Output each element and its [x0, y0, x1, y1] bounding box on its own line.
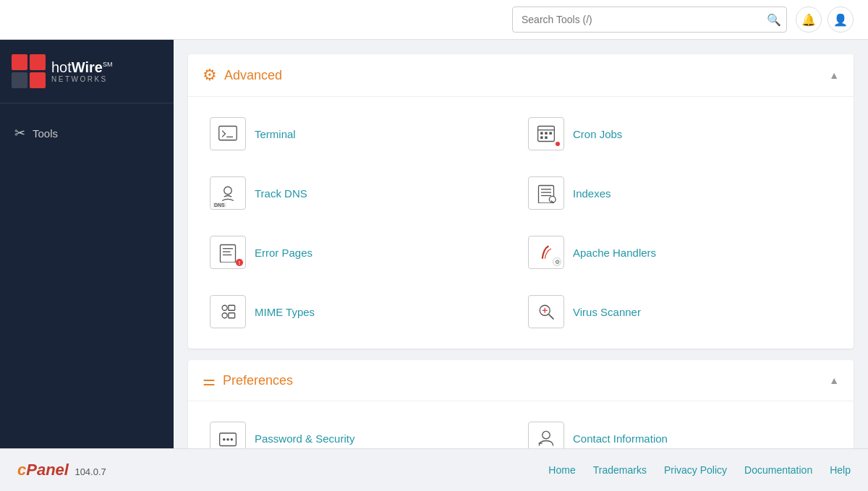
- section-preferences-title: Preferences: [223, 373, 293, 388]
- cpanel-version: 104.0.7: [75, 466, 106, 477]
- svg-point-30: [226, 438, 229, 441]
- mime-svg: [218, 302, 238, 322]
- password-icon-box: [210, 422, 246, 448]
- dns-svg: [218, 183, 238, 203]
- dns-label-badge: DNS: [213, 202, 226, 208]
- dns-icon-box: DNS: [210, 176, 246, 210]
- logo-wire: Wire: [72, 59, 103, 75]
- tool-password-security[interactable]: Password & Security: [203, 409, 521, 448]
- advanced-gear-icon: ⚙: [203, 66, 217, 85]
- cron-svg: [536, 124, 556, 144]
- advanced-tools-grid: Terminal: [188, 97, 854, 349]
- footer-link-privacy[interactable]: Privacy Policy: [664, 464, 727, 476]
- logo-sq-red-tr: [30, 54, 46, 70]
- header: 🔍 🔔 👤: [0, 0, 868, 40]
- sidebar-item-tools-label: Tools: [33, 127, 58, 140]
- error-badge: !: [236, 259, 243, 266]
- search-button[interactable]: 🔍: [767, 13, 781, 27]
- search-input[interactable]: [512, 7, 787, 33]
- section-advanced: ⚙ Advanced ▲ Terminal: [188, 54, 854, 349]
- terminal-label: Terminal: [255, 128, 296, 140]
- mime-label: MIME Types: [255, 306, 315, 318]
- contact-label: Contact Information: [573, 432, 668, 445]
- tool-apache-handlers[interactable]: ⚙ Apache Handlers: [521, 223, 839, 282]
- sidebar-logo: hotWireSM NETWORKS: [0, 40, 174, 103]
- terminal-svg: [218, 124, 238, 144]
- footer: cPanel 104.0.7 Home Trademarks Privacy P…: [0, 448, 868, 491]
- footer-brand: cPanel 104.0.7: [17, 461, 106, 479]
- logo-wrapper: hotWireSM NETWORKS: [12, 54, 162, 88]
- apache-icon-box: ⚙: [528, 236, 564, 269]
- svg-point-32: [542, 431, 550, 439]
- tools-icon: ✂: [14, 125, 25, 141]
- section-advanced-title: Advanced: [224, 68, 282, 83]
- search-container: 🔍: [512, 7, 787, 33]
- svg-rect-16: [221, 245, 236, 263]
- section-advanced-title-wrap: ⚙ Advanced: [203, 66, 282, 85]
- logo-networks: NETWORKS: [51, 75, 112, 83]
- apache-gear-badge: ⚙: [553, 257, 561, 266]
- svg-rect-5: [545, 132, 548, 135]
- section-preferences-header[interactable]: ⚌ Preferences ▲: [188, 360, 854, 401]
- preferences-sliders-icon: ⚌: [203, 372, 216, 389]
- svg-rect-4: [540, 132, 543, 135]
- tool-contact-information[interactable]: Contact Information: [521, 409, 839, 448]
- main-content: ⚙ Advanced ▲ Terminal: [174, 40, 868, 448]
- footer-link-home[interactable]: Home: [548, 464, 575, 476]
- svg-rect-21: [229, 305, 235, 310]
- indexes-label: Indexes: [573, 187, 611, 200]
- svg-line-25: [549, 315, 554, 320]
- svg-point-29: [223, 438, 226, 441]
- svg-point-20: [222, 305, 227, 310]
- logo-sq-red-br: [30, 72, 46, 88]
- footer-link-help[interactable]: Help: [830, 464, 851, 476]
- tool-virus-scanner[interactable]: Virus Scanner: [521, 282, 839, 341]
- svg-rect-7: [540, 137, 543, 140]
- footer-link-trademarks[interactable]: Trademarks: [593, 464, 647, 476]
- svg-rect-0: [219, 127, 237, 140]
- advanced-chevron-icon: ▲: [829, 69, 839, 81]
- footer-link-documentation[interactable]: Documentation: [744, 464, 812, 476]
- tool-cron-jobs[interactable]: Cron Jobs: [521, 104, 839, 163]
- svg-rect-8: [545, 137, 548, 140]
- cron-icon-box: [528, 117, 564, 150]
- logo-hot: hot: [51, 59, 72, 75]
- tool-terminal[interactable]: Terminal: [203, 104, 521, 163]
- cpanel-logo: cPanel: [17, 461, 69, 479]
- logo-text: hotWireSM NETWORKS: [51, 59, 112, 83]
- logo-brand-name: hotWireSM: [51, 59, 112, 75]
- error-svg: [218, 242, 238, 262]
- layout: hotWireSM NETWORKS ✂ Tools ⚙ Advanced ▲: [0, 40, 868, 448]
- sidebar-nav: ✂ Tools: [0, 103, 174, 163]
- dns-label: Track DNS: [255, 187, 307, 200]
- notifications-button[interactable]: 🔔: [796, 7, 822, 33]
- password-svg: [218, 428, 238, 448]
- terminal-icon-box: [210, 117, 246, 150]
- tool-error-pages[interactable]: ! Error Pages: [203, 223, 521, 282]
- tool-indexes[interactable]: Indexes: [521, 163, 839, 223]
- cron-badge: [554, 140, 561, 148]
- tool-track-dns[interactable]: DNS Track DNS: [203, 163, 521, 223]
- indexes-svg: [536, 183, 556, 203]
- virus-icon-box: [528, 295, 564, 328]
- virus-svg: [536, 302, 556, 322]
- tool-mime-types[interactable]: MIME Types: [203, 282, 521, 341]
- virus-label: Virus Scanner: [573, 306, 641, 318]
- svg-rect-6: [549, 132, 552, 135]
- sidebar: hotWireSM NETWORKS ✂ Tools: [0, 40, 174, 448]
- section-advanced-header[interactable]: ⚙ Advanced ▲: [188, 54, 854, 97]
- mime-icon-box: [210, 295, 246, 328]
- error-icon-box: !: [210, 236, 246, 269]
- section-preferences-title-wrap: ⚌ Preferences: [203, 372, 293, 389]
- logo-sq-white-bl: [12, 72, 27, 88]
- user-account-button[interactable]: 👤: [827, 7, 854, 33]
- section-preferences: ⚌ Preferences ▲ Passwo: [188, 360, 854, 448]
- logo-sm: SM: [103, 61, 113, 68]
- password-label: Password & Security: [255, 432, 354, 445]
- apache-label: Apache Handlers: [573, 247, 656, 259]
- contact-icon-box: [528, 422, 564, 448]
- sidebar-item-tools[interactable]: ✂ Tools: [0, 118, 174, 148]
- svg-point-9: [224, 187, 232, 195]
- header-icons: 🔔 👤: [796, 7, 854, 33]
- error-label: Error Pages: [255, 247, 312, 259]
